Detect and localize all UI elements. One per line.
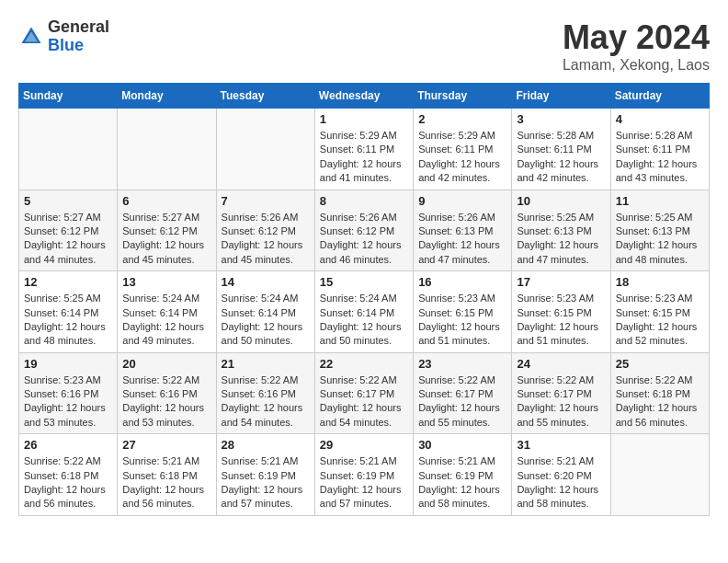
day-info: Sunrise: 5:28 AM Sunset: 6:11 PM Dayligh…: [517, 129, 605, 186]
day-info: Sunrise: 5:21 AM Sunset: 6:19 PM Dayligh…: [320, 454, 408, 511]
day-info: Sunrise: 5:22 AM Sunset: 6:18 PM Dayligh…: [24, 454, 112, 511]
day-number: 6: [122, 194, 210, 208]
day-number: 11: [616, 194, 704, 208]
day-number: 15: [320, 275, 408, 289]
day-info: Sunrise: 5:28 AM Sunset: 6:11 PM Dayligh…: [616, 129, 704, 186]
day-number: 16: [418, 275, 506, 289]
calendar-table: SundayMondayTuesdayWednesdayThursdayFrid…: [18, 83, 710, 516]
calendar-cell: [19, 109, 118, 190]
calendar-week-row: 26Sunrise: 5:22 AM Sunset: 6:18 PM Dayli…: [19, 434, 710, 516]
day-number: 9: [418, 194, 506, 208]
weekday-header-monday: Monday: [118, 84, 216, 109]
day-info: Sunrise: 5:23 AM Sunset: 6:15 PM Dayligh…: [616, 292, 704, 349]
day-info: Sunrise: 5:26 AM Sunset: 6:13 PM Dayligh…: [418, 211, 506, 268]
day-number: 3: [517, 112, 605, 126]
calendar-cell: 11Sunrise: 5:25 AM Sunset: 6:13 PM Dayli…: [610, 190, 709, 271]
weekday-header-wednesday: Wednesday: [314, 84, 413, 109]
calendar-cell: 9Sunrise: 5:26 AM Sunset: 6:13 PM Daylig…: [414, 190, 512, 271]
location: Lamam, Xekong, Laos: [563, 57, 710, 74]
calendar-cell: 20Sunrise: 5:22 AM Sunset: 6:16 PM Dayli…: [118, 352, 216, 434]
weekday-header-sunday: Sunday: [19, 84, 118, 109]
day-info: Sunrise: 5:22 AM Sunset: 6:17 PM Dayligh…: [320, 373, 408, 431]
weekday-header-friday: Friday: [512, 84, 610, 109]
day-info: Sunrise: 5:24 AM Sunset: 6:14 PM Dayligh…: [320, 292, 408, 349]
day-info: Sunrise: 5:23 AM Sunset: 6:15 PM Dayligh…: [418, 292, 506, 349]
calendar-cell: 30Sunrise: 5:21 AM Sunset: 6:19 PM Dayli…: [414, 434, 512, 516]
day-number: 18: [616, 275, 704, 289]
day-info: Sunrise: 5:21 AM Sunset: 6:18 PM Dayligh…: [122, 454, 210, 511]
day-info: Sunrise: 5:27 AM Sunset: 6:12 PM Dayligh…: [24, 211, 112, 268]
calendar-cell: [118, 109, 216, 190]
title-block: May 2024 Lamam, Xekong, Laos: [563, 18, 710, 74]
month-year: May 2024: [563, 18, 710, 57]
calendar-week-row: 5Sunrise: 5:27 AM Sunset: 6:12 PM Daylig…: [19, 190, 710, 271]
calendar-cell: 22Sunrise: 5:22 AM Sunset: 6:17 PM Dayli…: [314, 352, 413, 434]
day-number: 23: [418, 357, 506, 371]
day-number: 26: [24, 438, 112, 452]
day-number: 25: [616, 357, 704, 371]
day-info: Sunrise: 5:22 AM Sunset: 6:16 PM Dayligh…: [122, 373, 210, 431]
calendar-cell: 19Sunrise: 5:23 AM Sunset: 6:16 PM Dayli…: [19, 352, 118, 434]
day-number: 31: [517, 438, 605, 452]
day-number: 10: [517, 194, 605, 208]
day-number: 2: [418, 112, 506, 126]
day-info: Sunrise: 5:21 AM Sunset: 6:19 PM Dayligh…: [418, 454, 506, 511]
calendar-cell: 29Sunrise: 5:21 AM Sunset: 6:19 PM Dayli…: [314, 434, 413, 516]
day-number: 14: [222, 275, 310, 289]
calendar-cell: 24Sunrise: 5:22 AM Sunset: 6:17 PM Dayli…: [512, 352, 610, 434]
day-number: 28: [222, 438, 310, 452]
day-number: 7: [222, 194, 310, 208]
day-number: 30: [418, 438, 506, 452]
day-info: Sunrise: 5:24 AM Sunset: 6:14 PM Dayligh…: [222, 292, 310, 349]
calendar-header-row: SundayMondayTuesdayWednesdayThursdayFrid…: [19, 84, 710, 109]
calendar-cell: 27Sunrise: 5:21 AM Sunset: 6:18 PM Dayli…: [118, 434, 216, 516]
day-info: Sunrise: 5:22 AM Sunset: 6:17 PM Dayligh…: [517, 373, 605, 431]
day-info: Sunrise: 5:22 AM Sunset: 6:17 PM Dayligh…: [418, 373, 506, 431]
day-number: 5: [24, 194, 112, 208]
logo-general: General: [48, 18, 109, 37]
calendar-cell: 23Sunrise: 5:22 AM Sunset: 6:17 PM Dayli…: [414, 352, 512, 434]
day-number: 22: [320, 357, 408, 371]
day-info: Sunrise: 5:24 AM Sunset: 6:14 PM Dayligh…: [122, 292, 210, 349]
calendar-week-row: 19Sunrise: 5:23 AM Sunset: 6:16 PM Dayli…: [19, 352, 710, 434]
day-number: 19: [24, 357, 112, 371]
calendar-cell: 4Sunrise: 5:28 AM Sunset: 6:11 PM Daylig…: [610, 109, 709, 190]
day-number: 12: [24, 275, 112, 289]
calendar-week-row: 1Sunrise: 5:29 AM Sunset: 6:11 PM Daylig…: [19, 109, 710, 190]
day-number: 21: [222, 357, 310, 371]
weekday-header-thursday: Thursday: [414, 84, 512, 109]
logo-blue: Blue: [48, 37, 109, 55]
calendar-cell: 5Sunrise: 5:27 AM Sunset: 6:12 PM Daylig…: [19, 190, 118, 271]
day-number: 8: [320, 194, 408, 208]
calendar-cell: 25Sunrise: 5:22 AM Sunset: 6:18 PM Dayli…: [610, 352, 709, 434]
calendar-cell: [216, 109, 314, 190]
calendar-cell: 18Sunrise: 5:23 AM Sunset: 6:15 PM Dayli…: [610, 271, 709, 353]
page-header: General Blue May 2024 Lamam, Xekong, Lao…: [18, 18, 710, 74]
day-number: 27: [122, 438, 210, 452]
day-info: Sunrise: 5:21 AM Sunset: 6:19 PM Dayligh…: [222, 454, 310, 511]
day-info: Sunrise: 5:27 AM Sunset: 6:12 PM Dayligh…: [122, 211, 210, 268]
day-info: Sunrise: 5:25 AM Sunset: 6:13 PM Dayligh…: [517, 211, 605, 268]
calendar-week-row: 12Sunrise: 5:25 AM Sunset: 6:14 PM Dayli…: [19, 271, 710, 353]
day-info: Sunrise: 5:23 AM Sunset: 6:15 PM Dayligh…: [517, 292, 605, 349]
weekday-header-tuesday: Tuesday: [216, 84, 314, 109]
day-number: 24: [517, 357, 605, 371]
day-info: Sunrise: 5:26 AM Sunset: 6:12 PM Dayligh…: [320, 211, 408, 268]
day-info: Sunrise: 5:26 AM Sunset: 6:12 PM Dayligh…: [222, 211, 310, 268]
calendar-cell: 14Sunrise: 5:24 AM Sunset: 6:14 PM Dayli…: [216, 271, 314, 353]
day-info: Sunrise: 5:23 AM Sunset: 6:16 PM Dayligh…: [24, 373, 112, 431]
calendar-cell: 16Sunrise: 5:23 AM Sunset: 6:15 PM Dayli…: [414, 271, 512, 353]
day-info: Sunrise: 5:29 AM Sunset: 6:11 PM Dayligh…: [418, 129, 506, 186]
day-info: Sunrise: 5:25 AM Sunset: 6:13 PM Dayligh…: [616, 211, 704, 268]
calendar-cell: 21Sunrise: 5:22 AM Sunset: 6:16 PM Dayli…: [216, 352, 314, 434]
day-number: 29: [320, 438, 408, 452]
calendar-cell: 10Sunrise: 5:25 AM Sunset: 6:13 PM Dayli…: [512, 190, 610, 271]
logo-icon: [18, 24, 44, 50]
calendar-cell: 15Sunrise: 5:24 AM Sunset: 6:14 PM Dayli…: [314, 271, 413, 353]
calendar-cell: 26Sunrise: 5:22 AM Sunset: 6:18 PM Dayli…: [19, 434, 118, 516]
calendar-cell: 2Sunrise: 5:29 AM Sunset: 6:11 PM Daylig…: [414, 109, 512, 190]
logo-text: General Blue: [48, 18, 109, 55]
day-info: Sunrise: 5:21 AM Sunset: 6:20 PM Dayligh…: [517, 454, 605, 511]
calendar-cell: 17Sunrise: 5:23 AM Sunset: 6:15 PM Dayli…: [512, 271, 610, 353]
calendar-cell: 12Sunrise: 5:25 AM Sunset: 6:14 PM Dayli…: [19, 271, 118, 353]
